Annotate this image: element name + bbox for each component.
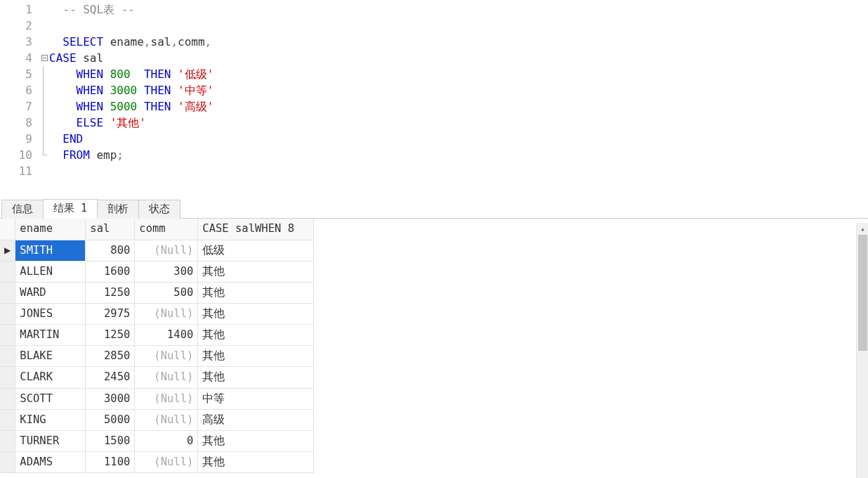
cell-ename[interactable]: TURNER: [15, 430, 86, 451]
cell-comm[interactable]: 1400: [135, 325, 198, 346]
code-content[interactable]: FROM emp;: [49, 147, 124, 163]
code-content[interactable]: SELECT ename,sal,comm,: [49, 34, 211, 50]
cell-ename[interactable]: CLARK: [15, 367, 86, 388]
code-line[interactable]: 5 WHEN 800 THEN '低级': [0, 66, 868, 82]
fold-line-icon: [43, 82, 44, 98]
table-row[interactable]: TURNER15000其他: [0, 430, 314, 451]
cell-case[interactable]: 其他: [198, 282, 314, 303]
vertical-scrollbar[interactable]: ▴: [856, 223, 868, 478]
cell-sal[interactable]: 1250: [86, 325, 135, 346]
cell-case[interactable]: 其他: [198, 261, 314, 282]
table-row[interactable]: ▶SMITH800(Null)低级: [0, 240, 314, 261]
row-marker: [0, 367, 15, 388]
cell-comm[interactable]: (Null): [135, 304, 198, 325]
cell-sal[interactable]: 1250: [86, 282, 135, 303]
cell-ename[interactable]: ALLEN: [15, 261, 86, 282]
code-content[interactable]: END: [49, 131, 83, 147]
fold-gutter[interactable]: −: [39, 50, 49, 66]
cell-ename[interactable]: MARTIN: [15, 325, 86, 346]
table-row[interactable]: ADAMS1100(Null)其他: [0, 451, 314, 472]
line-number: 8: [0, 115, 39, 131]
row-marker: [0, 261, 15, 282]
cell-case[interactable]: 其他: [198, 325, 314, 346]
code-content[interactable]: -- SQL表 --: [49, 1, 135, 18]
results-tabs: 信息结果 1剖析状态: [0, 199, 868, 219]
cell-ename[interactable]: ADAMS: [15, 451, 86, 472]
row-marker: [0, 346, 15, 367]
cell-comm[interactable]: (Null): [135, 240, 198, 261]
table-row[interactable]: MARTIN12501400其他: [0, 325, 314, 346]
table-row[interactable]: WARD1250500其他: [0, 282, 314, 303]
cell-case[interactable]: 其他: [198, 367, 314, 388]
table-row[interactable]: JONES2975(Null)其他: [0, 304, 314, 325]
cell-case[interactable]: 其他: [198, 451, 314, 472]
cell-ename[interactable]: WARD: [15, 282, 86, 303]
table-row[interactable]: KING5000(Null)高级: [0, 409, 314, 430]
column-header[interactable]: ename: [15, 219, 86, 240]
row-marker: [0, 451, 15, 472]
row-marker: ▶: [0, 240, 15, 261]
column-header[interactable]: sal: [86, 219, 135, 240]
cell-sal[interactable]: 2975: [86, 304, 135, 325]
cell-sal[interactable]: 1500: [86, 430, 135, 451]
code-content[interactable]: CASE sal: [49, 50, 103, 66]
cell-sal[interactable]: 2450: [86, 367, 135, 388]
tab-3[interactable]: 状态: [138, 200, 180, 219]
code-line[interactable]: 1 -- SQL表 --: [0, 1, 868, 18]
column-header[interactable]: CASE salWHEN 8: [198, 219, 314, 240]
cell-ename[interactable]: SMITH: [15, 240, 86, 261]
cell-ename[interactable]: SCOTT: [15, 388, 86, 409]
column-header[interactable]: comm: [135, 219, 198, 240]
cell-case[interactable]: 中等: [198, 388, 314, 409]
scroll-thumb[interactable]: [858, 235, 867, 351]
cell-comm[interactable]: (Null): [135, 388, 198, 409]
tab-2[interactable]: 剖析: [97, 200, 139, 219]
cell-sal[interactable]: 3000: [86, 388, 135, 409]
code-line[interactable]: 8 ELSE '其他': [0, 115, 868, 131]
code-line[interactable]: 7 WHEN 5000 THEN '高级': [0, 98, 868, 115]
cell-ename[interactable]: KING: [15, 409, 86, 430]
results-table[interactable]: enamesalcommCASE salWHEN 8▶SMITH800(Null…: [0, 219, 314, 473]
cell-ename[interactable]: BLAKE: [15, 346, 86, 367]
cell-sal[interactable]: 2850: [86, 346, 135, 367]
code-content[interactable]: WHEN 800 THEN '低级': [49, 66, 213, 82]
table-row[interactable]: BLAKE2850(Null)其他: [0, 346, 314, 367]
cell-case[interactable]: 其他: [198, 304, 314, 325]
cell-sal[interactable]: 1600: [86, 261, 135, 282]
code-line[interactable]: 11: [0, 163, 868, 179]
code-line[interactable]: 2: [0, 18, 868, 34]
cell-case[interactable]: 高级: [198, 409, 314, 430]
cell-comm[interactable]: (Null): [135, 367, 198, 388]
code-line[interactable]: 6 WHEN 3000 THEN '中等': [0, 82, 868, 98]
scroll-up-button[interactable]: ▴: [857, 223, 868, 235]
row-marker-header: [0, 219, 15, 240]
cell-sal[interactable]: 800: [86, 240, 135, 261]
cell-sal[interactable]: 5000: [86, 409, 135, 430]
sql-editor[interactable]: 1 -- SQL表 --23 SELECT ename,sal,comm,4−C…: [0, 0, 868, 179]
tab-1[interactable]: 结果 1: [43, 199, 98, 219]
tab-0[interactable]: 信息: [1, 200, 44, 219]
cell-case[interactable]: 低级: [198, 240, 314, 261]
cell-ename[interactable]: JONES: [15, 304, 86, 325]
cell-comm[interactable]: (Null): [135, 346, 198, 367]
code-content[interactable]: WHEN 5000 THEN '高级': [49, 98, 213, 115]
code-content[interactable]: ELSE '其他': [49, 115, 146, 131]
cell-comm[interactable]: (Null): [135, 409, 198, 430]
table-row[interactable]: SCOTT3000(Null)中等: [0, 388, 314, 409]
table-row[interactable]: CLARK2450(Null)其他: [0, 367, 314, 388]
cell-case[interactable]: 其他: [198, 346, 314, 367]
table-row[interactable]: ALLEN1600300其他: [0, 261, 314, 282]
cell-comm[interactable]: 500: [135, 282, 198, 303]
cell-comm[interactable]: 0: [135, 430, 198, 451]
cell-comm[interactable]: (Null): [135, 451, 198, 472]
code-line[interactable]: 4−CASE sal: [0, 50, 868, 66]
code-line[interactable]: 9 END: [0, 131, 868, 147]
code-line[interactable]: 3 SELECT ename,sal,comm,: [0, 34, 868, 50]
fold-gutter: [39, 34, 49, 50]
cell-case[interactable]: 其他: [198, 430, 314, 451]
cell-sal[interactable]: 1100: [86, 451, 135, 472]
cell-comm[interactable]: 300: [135, 261, 198, 282]
code-content[interactable]: WHEN 3000 THEN '中等': [49, 82, 213, 98]
fold-toggle-icon[interactable]: −: [41, 55, 48, 61]
code-line[interactable]: 10 FROM emp;: [0, 147, 868, 163]
